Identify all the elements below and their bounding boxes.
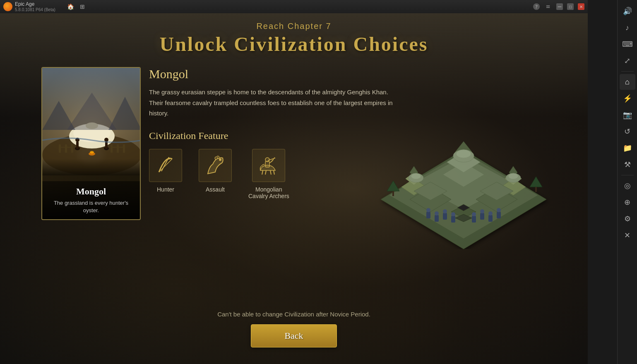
home-icon[interactable]: 🏠 [67,3,74,10]
civ-card: Mongol The grassland is every hunter's o… [41,67,141,220]
svg-rect-54 [117,144,119,153]
svg-point-32 [435,211,439,216]
svg-rect-59 [76,141,79,149]
svg-point-72 [219,158,221,161]
svg-point-30 [426,208,430,212]
volume-button[interactable]: 🔊 [620,3,635,19]
svg-rect-77 [265,161,269,167]
svg-point-65 [90,151,94,153]
app-name: Epic Age [15,1,55,7]
civ-name: Mongol [47,186,135,197]
svg-rect-39 [480,213,484,220]
svg-point-36 [451,212,455,216]
titlebar: Epic Age 5.8.0.1081 P64 (Beta) 🏠 ⊞ ? ≡ ─… [0,0,588,13]
app-icon [3,2,12,11]
feature-cavalry-archers: MongolianCavalry Archers [248,149,289,199]
rotate-button[interactable]: ⤢ [620,53,635,69]
svg-point-22 [411,173,421,179]
civ-description: The grassy eurasian steppe is home to th… [149,87,393,119]
extra-close-button[interactable]: ✕ [620,228,635,243]
svg-point-34 [443,209,447,213]
svg-rect-31 [435,215,439,222]
back-button[interactable]: Back [251,324,337,347]
assault-icon [199,149,232,182]
svg-point-38 [472,212,476,216]
game-area: Reach Chapter 7 Unlock Civilization Choi… [0,13,588,364]
main-title: Unlock Civilization Choices [0,33,588,55]
home-sidebar-button[interactable]: ⌂ [620,74,635,90]
close-button[interactable]: ✕ [578,3,584,10]
cavalry-archers-label: MongolianCavalry Archers [248,186,289,199]
menu-button[interactable]: ≡ [544,3,552,10]
titlebar-icons: 🏠 ⊞ [67,3,85,10]
files-button[interactable]: 📁 [620,140,635,156]
svg-rect-35 [451,216,455,223]
features-row: Hunter Assault [149,149,393,199]
info-panel: Mongol The grassy eurasian steppe is hom… [149,67,393,199]
right-sidebar: 🔊 ♪ ⌨ ⤢ ⌂ ⚡ 📷 ↺ 📁 ⚒ ◎ ⊕ ⚙ ✕ [617,0,637,364]
svg-point-78 [265,158,269,162]
hunter-icon [149,149,182,182]
svg-rect-37 [472,216,476,223]
sidebar-separator-1 [621,71,634,72]
grid-icon[interactable]: ⊞ [80,3,85,10]
svg-point-40 [480,209,484,213]
cavalry-archers-icon [252,149,285,182]
svg-line-76 [274,170,274,175]
maximize-button[interactable]: □ [567,3,574,10]
svg-rect-28 [535,187,537,192]
feature-assault: Assault [199,149,232,199]
performance-button[interactable]: ⚡ [620,91,635,106]
screenshot-button[interactable]: 📷 [620,107,635,123]
hunter-label: Hunter [157,186,174,193]
civ-card-label: Mongol The grassland is every hunter's o… [42,181,140,219]
svg-rect-55 [123,144,125,153]
svg-line-74 [265,170,266,175]
refresh-button[interactable]: ↺ [620,124,635,139]
svg-rect-50 [59,144,61,153]
svg-rect-33 [443,213,447,220]
network-button[interactable]: ⊕ [620,194,635,210]
minimize-button[interactable]: ─ [556,3,563,10]
civ-card-image [42,68,140,175]
keyboard-button[interactable]: ⌨ [620,36,635,52]
svg-line-75 [270,170,271,175]
svg-line-73 [262,170,263,175]
civ-tagline: The grassland is every hunter's oyster. [47,199,135,214]
svg-point-44 [497,208,501,212]
feature-label: Civilization Feature [149,130,393,141]
bottom-section: Can't be able to change Civilization aft… [0,311,588,347]
tools-button[interactable]: ⚒ [620,157,635,172]
svg-point-42 [488,211,493,216]
svg-rect-41 [488,215,493,222]
music-button[interactable]: ♪ [620,20,635,36]
help-button[interactable]: ? [533,3,540,10]
svg-rect-43 [497,212,501,218]
assault-label: Assault [206,186,225,193]
sidebar-separator-2 [621,175,634,175]
chapter-text: Reach Chapter 7 [0,22,588,31]
svg-rect-29 [426,212,430,218]
target-button[interactable]: ◎ [620,178,635,194]
settings-button[interactable]: ⚙ [620,211,635,227]
svg-rect-51 [65,144,67,153]
warning-text: Can't be able to change Civilization aft… [0,311,588,318]
header: Reach Chapter 7 Unlock Civilization Choi… [0,22,588,55]
civ-title: Mongol [149,67,393,81]
svg-point-24 [508,173,518,179]
feature-hunter: Hunter [149,149,182,199]
svg-rect-52 [71,144,73,153]
svg-rect-53 [111,144,113,153]
svg-point-20 [456,150,471,158]
app-version: 5.8.0.1081 P64 (Beta) [15,7,55,12]
svg-marker-27 [530,177,542,187]
